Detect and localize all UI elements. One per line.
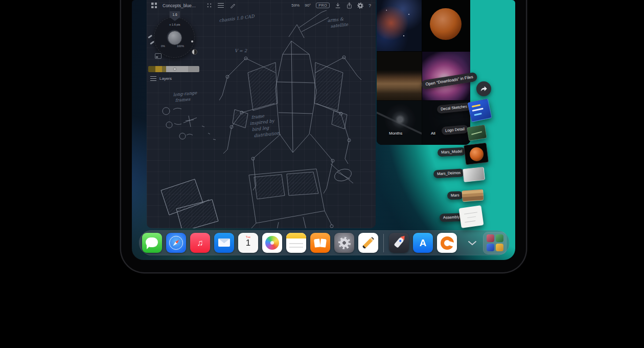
download-icon[interactable] [335, 2, 341, 9]
contrast-icon[interactable] [192, 49, 197, 55]
calendar-day: 1 [246, 238, 250, 248]
opacity-max-label: 100% [177, 45, 184, 48]
tab-months[interactable]: Months [389, 131, 402, 136]
swatch-yellow[interactable] [155, 66, 162, 72]
palette-marker-dot [174, 68, 176, 70]
rotation-value[interactable]: 90° [305, 3, 311, 8]
layers-button[interactable]: Layers [150, 76, 172, 81]
mars-model-thumbnail[interactable] [464, 142, 489, 165]
pro-badge[interactable]: PRO [316, 3, 330, 8]
decal-sketches-thumbnail[interactable] [467, 98, 492, 122]
document-title[interactable]: Concepts_blue… [163, 3, 196, 8]
mars-planet-image [430, 8, 462, 40]
dock-app-messages[interactable] [142, 233, 162, 253]
canvas-ratio-icon[interactable] [155, 53, 162, 59]
color-dot[interactable] [191, 40, 193, 42]
dock-collapse-button[interactable] [466, 236, 479, 250]
appstore-a-icon: A [413, 233, 433, 253]
zoom-level[interactable]: 59% [291, 3, 300, 8]
dock-app-pencil[interactable] [358, 233, 378, 253]
concepts-app-window: Concepts_blue… 59% 90° PRO [147, 0, 376, 228]
assembly-thumbnail[interactable] [459, 205, 484, 228]
note-version: V = 2 [235, 48, 247, 53]
dock-app-appstore[interactable]: A [413, 233, 433, 253]
menu-icon[interactable] [218, 3, 224, 8]
photos-app-window: Months All [377, 0, 470, 145]
dock: ♫ Tue 1 [139, 230, 510, 255]
drag-item-label: Mars [447, 191, 463, 200]
note-body-1: frame [251, 113, 265, 120]
book-page-icon [320, 238, 327, 247]
pen-icon[interactable] [229, 2, 236, 9]
pencil-icon [362, 236, 374, 249]
gear-icon [338, 237, 351, 249]
music-note-icon: ♫ [190, 233, 210, 253]
brush-tool-wheel[interactable]: 1.6 1.6 pts 0% 100% [154, 17, 195, 58]
dock-app-photos[interactable] [262, 233, 282, 253]
concepts-toolbar: Concepts_blue… 59% 90° PRO [147, 0, 376, 11]
envelope-icon [218, 238, 230, 247]
swatch-gray[interactable] [166, 66, 188, 72]
notes-lines-icon [289, 243, 303, 244]
opacity-min-label: 0% [161, 45, 165, 48]
mini-app-icon [487, 244, 494, 251]
ipad-device: Concepts_blue… 59% 90° PRO [121, 0, 526, 272]
tab-all[interactable]: All [431, 131, 435, 136]
mars-thumbnail[interactable] [462, 189, 484, 202]
dots-grid-icon[interactable] [206, 3, 212, 8]
book-page-icon [314, 238, 320, 247]
ipad-screen: Concepts_blue… 59% 90° PRO [132, 0, 515, 260]
layers-icon [150, 76, 156, 81]
mini-app-icon [496, 244, 503, 251]
note-left-2: frames [175, 96, 191, 103]
dock-app-safari[interactable] [166, 233, 186, 253]
drag-item-label: Mars_Deimos [433, 168, 465, 178]
rocket-icon [394, 236, 404, 248]
concepts-c-icon [441, 236, 454, 250]
dock-app-settings[interactable] [334, 233, 354, 253]
dock-app-mail[interactable] [214, 233, 234, 253]
photo-nebula[interactable] [377, 0, 422, 51]
drag-item-label: Mars_Model [438, 147, 466, 157]
help-icon[interactable]: ? [369, 3, 371, 8]
logo-detail-thumbnail[interactable] [467, 124, 487, 141]
layers-label: Layers [159, 76, 172, 81]
photo-mars-planet[interactable] [422, 0, 470, 51]
note-left-1: long-range [173, 90, 197, 97]
dock-app-concepts[interactable] [437, 233, 457, 253]
dock-app-books[interactable] [310, 233, 330, 253]
note-arms-2: satellite [330, 21, 349, 29]
photos-flower-icon [265, 236, 279, 250]
settings-gear-icon[interactable] [357, 3, 363, 9]
chevron-down-icon [467, 240, 477, 246]
apps-grid-icon[interactable] [151, 3, 157, 8]
chat-bubble-icon [146, 237, 158, 247]
mini-app-icon [487, 234, 494, 242]
forward-arrow-icon [480, 85, 488, 92]
dock-divider [383, 234, 384, 252]
share-icon[interactable] [346, 2, 352, 9]
brush-size-label: 1.6 pts [154, 23, 195, 26]
note-body-4: distribution [254, 130, 280, 138]
mini-app-icon [496, 234, 503, 242]
brush-size-flag: 1.6 [170, 11, 180, 21]
wheel-knob[interactable] [168, 31, 182, 45]
color-palette-strip[interactable] [148, 66, 199, 72]
swatch-dark-olive[interactable] [148, 66, 155, 72]
dock-app-notes[interactable] [286, 233, 306, 253]
photo-mars-surface[interactable] [377, 52, 422, 100]
app-library-tile[interactable] [483, 232, 507, 254]
dock-app-calendar[interactable]: Tue 1 [238, 233, 258, 253]
dock-app-music[interactable]: ♫ [190, 233, 210, 253]
swatch-dark-gray[interactable] [188, 66, 199, 72]
share-forward-button[interactable] [476, 81, 491, 96]
mars-deimos-thumbnail[interactable] [463, 167, 485, 182]
note-body-3: bird leg [251, 125, 270, 132]
note-chassis: chassis 1.0 CAD [219, 13, 255, 23]
dock-app-rocket[interactable] [389, 233, 409, 253]
swatch-olive[interactable] [162, 66, 166, 72]
